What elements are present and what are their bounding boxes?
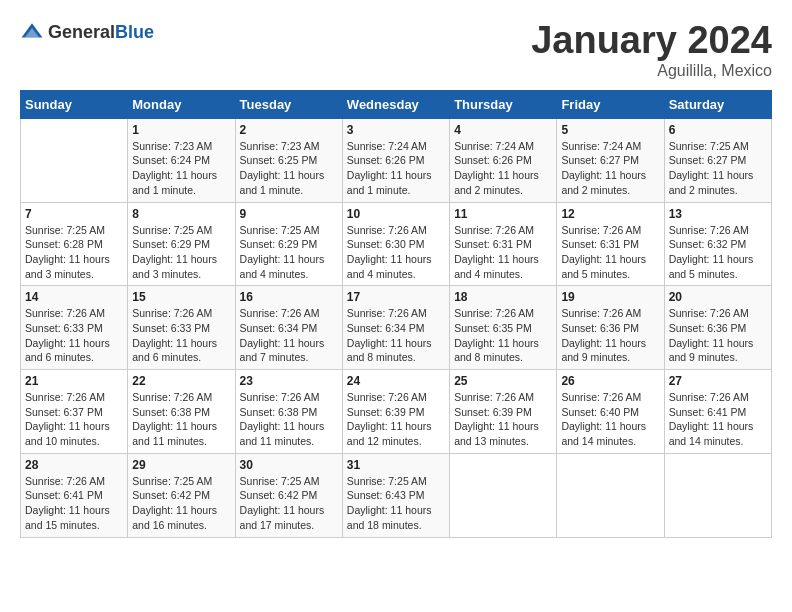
day-detail: Sunrise: 7:26 AM Sunset: 6:35 PM Dayligh… xyxy=(454,306,552,365)
calendar-week-row: 28Sunrise: 7:26 AM Sunset: 6:41 PM Dayli… xyxy=(21,453,772,537)
day-detail: Sunrise: 7:26 AM Sunset: 6:31 PM Dayligh… xyxy=(454,223,552,282)
calendar-cell: 23Sunrise: 7:26 AM Sunset: 6:38 PM Dayli… xyxy=(235,370,342,454)
day-detail: Sunrise: 7:25 AM Sunset: 6:42 PM Dayligh… xyxy=(240,474,338,533)
day-detail: Sunrise: 7:25 AM Sunset: 6:27 PM Dayligh… xyxy=(669,139,767,198)
calendar-cell: 17Sunrise: 7:26 AM Sunset: 6:34 PM Dayli… xyxy=(342,286,449,370)
day-detail: Sunrise: 7:24 AM Sunset: 6:26 PM Dayligh… xyxy=(454,139,552,198)
day-number: 26 xyxy=(561,374,659,388)
weekday-header-cell: Sunday xyxy=(21,90,128,118)
day-number: 19 xyxy=(561,290,659,304)
calendar-cell: 20Sunrise: 7:26 AM Sunset: 6:36 PM Dayli… xyxy=(664,286,771,370)
calendar-cell: 26Sunrise: 7:26 AM Sunset: 6:40 PM Dayli… xyxy=(557,370,664,454)
day-number: 18 xyxy=(454,290,552,304)
day-detail: Sunrise: 7:26 AM Sunset: 6:32 PM Dayligh… xyxy=(669,223,767,282)
day-number: 10 xyxy=(347,207,445,221)
day-number: 22 xyxy=(132,374,230,388)
day-detail: Sunrise: 7:25 AM Sunset: 6:42 PM Dayligh… xyxy=(132,474,230,533)
day-detail: Sunrise: 7:26 AM Sunset: 6:41 PM Dayligh… xyxy=(25,474,123,533)
day-detail: Sunrise: 7:26 AM Sunset: 6:36 PM Dayligh… xyxy=(561,306,659,365)
day-number: 2 xyxy=(240,123,338,137)
calendar-cell xyxy=(21,118,128,202)
day-detail: Sunrise: 7:26 AM Sunset: 6:36 PM Dayligh… xyxy=(669,306,767,365)
calendar-week-row: 7Sunrise: 7:25 AM Sunset: 6:28 PM Daylig… xyxy=(21,202,772,286)
month-title: January 2024 xyxy=(531,20,772,62)
day-detail: Sunrise: 7:26 AM Sunset: 6:39 PM Dayligh… xyxy=(347,390,445,449)
calendar-cell: 21Sunrise: 7:26 AM Sunset: 6:37 PM Dayli… xyxy=(21,370,128,454)
calendar-cell: 4Sunrise: 7:24 AM Sunset: 6:26 PM Daylig… xyxy=(450,118,557,202)
day-number: 7 xyxy=(25,207,123,221)
day-detail: Sunrise: 7:26 AM Sunset: 6:41 PM Dayligh… xyxy=(669,390,767,449)
day-detail: Sunrise: 7:26 AM Sunset: 6:34 PM Dayligh… xyxy=(240,306,338,365)
day-number: 20 xyxy=(669,290,767,304)
day-detail: Sunrise: 7:26 AM Sunset: 6:33 PM Dayligh… xyxy=(132,306,230,365)
calendar-cell: 19Sunrise: 7:26 AM Sunset: 6:36 PM Dayli… xyxy=(557,286,664,370)
calendar-cell: 1Sunrise: 7:23 AM Sunset: 6:24 PM Daylig… xyxy=(128,118,235,202)
day-number: 23 xyxy=(240,374,338,388)
day-number: 21 xyxy=(25,374,123,388)
calendar-cell: 8Sunrise: 7:25 AM Sunset: 6:29 PM Daylig… xyxy=(128,202,235,286)
day-number: 5 xyxy=(561,123,659,137)
calendar-cell: 5Sunrise: 7:24 AM Sunset: 6:27 PM Daylig… xyxy=(557,118,664,202)
logo-text-blue: Blue xyxy=(115,22,154,42)
day-detail: Sunrise: 7:26 AM Sunset: 6:33 PM Dayligh… xyxy=(25,306,123,365)
day-number: 13 xyxy=(669,207,767,221)
calendar-cell xyxy=(557,453,664,537)
calendar-cell: 9Sunrise: 7:25 AM Sunset: 6:29 PM Daylig… xyxy=(235,202,342,286)
calendar-cell xyxy=(664,453,771,537)
day-detail: Sunrise: 7:26 AM Sunset: 6:38 PM Dayligh… xyxy=(132,390,230,449)
logo: GeneralBlue xyxy=(20,20,154,44)
day-number: 9 xyxy=(240,207,338,221)
calendar-cell: 24Sunrise: 7:26 AM Sunset: 6:39 PM Dayli… xyxy=(342,370,449,454)
calendar-cell: 28Sunrise: 7:26 AM Sunset: 6:41 PM Dayli… xyxy=(21,453,128,537)
calendar-cell: 14Sunrise: 7:26 AM Sunset: 6:33 PM Dayli… xyxy=(21,286,128,370)
calendar-cell: 7Sunrise: 7:25 AM Sunset: 6:28 PM Daylig… xyxy=(21,202,128,286)
day-number: 15 xyxy=(132,290,230,304)
calendar-cell: 22Sunrise: 7:26 AM Sunset: 6:38 PM Dayli… xyxy=(128,370,235,454)
day-detail: Sunrise: 7:26 AM Sunset: 6:37 PM Dayligh… xyxy=(25,390,123,449)
logo-text-general: General xyxy=(48,22,115,42)
calendar-week-row: 21Sunrise: 7:26 AM Sunset: 6:37 PM Dayli… xyxy=(21,370,772,454)
weekday-header-cell: Thursday xyxy=(450,90,557,118)
day-detail: Sunrise: 7:25 AM Sunset: 6:29 PM Dayligh… xyxy=(132,223,230,282)
calendar-cell: 29Sunrise: 7:25 AM Sunset: 6:42 PM Dayli… xyxy=(128,453,235,537)
calendar-cell: 18Sunrise: 7:26 AM Sunset: 6:35 PM Dayli… xyxy=(450,286,557,370)
weekday-header-cell: Friday xyxy=(557,90,664,118)
calendar-cell: 10Sunrise: 7:26 AM Sunset: 6:30 PM Dayli… xyxy=(342,202,449,286)
calendar-cell: 31Sunrise: 7:25 AM Sunset: 6:43 PM Dayli… xyxy=(342,453,449,537)
day-detail: Sunrise: 7:26 AM Sunset: 6:39 PM Dayligh… xyxy=(454,390,552,449)
day-detail: Sunrise: 7:26 AM Sunset: 6:40 PM Dayligh… xyxy=(561,390,659,449)
weekday-header-row: SundayMondayTuesdayWednesdayThursdayFrid… xyxy=(21,90,772,118)
day-number: 8 xyxy=(132,207,230,221)
day-number: 17 xyxy=(347,290,445,304)
day-detail: Sunrise: 7:26 AM Sunset: 6:30 PM Dayligh… xyxy=(347,223,445,282)
day-number: 12 xyxy=(561,207,659,221)
weekday-header-cell: Saturday xyxy=(664,90,771,118)
calendar-cell: 30Sunrise: 7:25 AM Sunset: 6:42 PM Dayli… xyxy=(235,453,342,537)
day-number: 28 xyxy=(25,458,123,472)
day-number: 1 xyxy=(132,123,230,137)
day-number: 11 xyxy=(454,207,552,221)
calendar-cell: 6Sunrise: 7:25 AM Sunset: 6:27 PM Daylig… xyxy=(664,118,771,202)
calendar-table: SundayMondayTuesdayWednesdayThursdayFrid… xyxy=(20,90,772,538)
calendar-cell: 15Sunrise: 7:26 AM Sunset: 6:33 PM Dayli… xyxy=(128,286,235,370)
calendar-cell: 25Sunrise: 7:26 AM Sunset: 6:39 PM Dayli… xyxy=(450,370,557,454)
calendar-cell: 16Sunrise: 7:26 AM Sunset: 6:34 PM Dayli… xyxy=(235,286,342,370)
calendar-cell: 12Sunrise: 7:26 AM Sunset: 6:31 PM Dayli… xyxy=(557,202,664,286)
day-detail: Sunrise: 7:25 AM Sunset: 6:29 PM Dayligh… xyxy=(240,223,338,282)
day-detail: Sunrise: 7:26 AM Sunset: 6:38 PM Dayligh… xyxy=(240,390,338,449)
logo-icon xyxy=(20,20,44,44)
day-detail: Sunrise: 7:25 AM Sunset: 6:28 PM Dayligh… xyxy=(25,223,123,282)
day-detail: Sunrise: 7:23 AM Sunset: 6:24 PM Dayligh… xyxy=(132,139,230,198)
location-title: Aguililla, Mexico xyxy=(531,62,772,80)
day-detail: Sunrise: 7:25 AM Sunset: 6:43 PM Dayligh… xyxy=(347,474,445,533)
day-number: 29 xyxy=(132,458,230,472)
calendar-cell: 2Sunrise: 7:23 AM Sunset: 6:25 PM Daylig… xyxy=(235,118,342,202)
day-detail: Sunrise: 7:24 AM Sunset: 6:27 PM Dayligh… xyxy=(561,139,659,198)
weekday-header-cell: Tuesday xyxy=(235,90,342,118)
day-number: 31 xyxy=(347,458,445,472)
day-number: 30 xyxy=(240,458,338,472)
calendar-cell xyxy=(450,453,557,537)
weekday-header-cell: Wednesday xyxy=(342,90,449,118)
day-number: 3 xyxy=(347,123,445,137)
day-number: 27 xyxy=(669,374,767,388)
